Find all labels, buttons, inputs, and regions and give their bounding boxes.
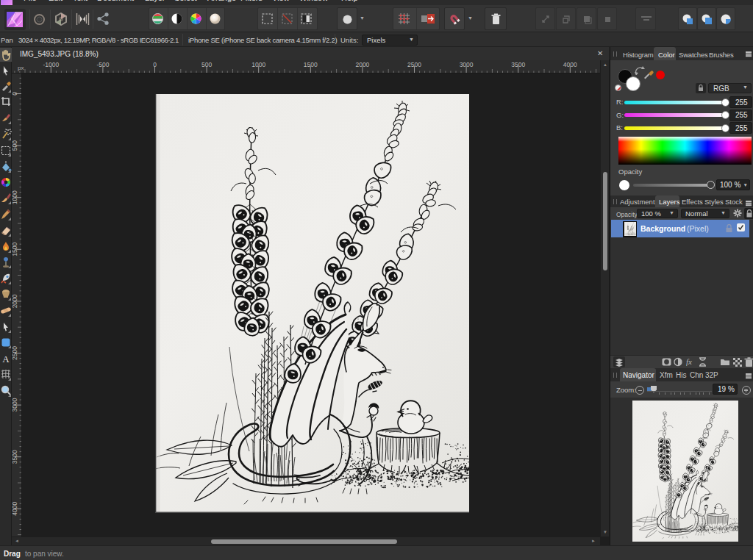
svg-text:500: 500 bbox=[12, 140, 18, 151]
svg-text:4000: 4000 bbox=[12, 502, 18, 516]
svg-text:3000: 3000 bbox=[460, 61, 474, 68]
svg-text:2500: 2500 bbox=[407, 61, 421, 68]
svg-text:2000: 2000 bbox=[12, 294, 18, 308]
svg-text:3500: 3500 bbox=[511, 61, 525, 68]
svg-text:1500: 1500 bbox=[304, 61, 318, 68]
svg-text:3000: 3000 bbox=[12, 398, 18, 412]
svg-text:3500: 3500 bbox=[12, 450, 18, 464]
svg-text:2500: 2500 bbox=[12, 346, 18, 360]
svg-text:1000: 1000 bbox=[12, 190, 18, 204]
svg-text:-1000: -1000 bbox=[43, 61, 59, 68]
svg-text:-500: -500 bbox=[96, 61, 109, 68]
svg-text:500: 500 bbox=[201, 61, 212, 68]
svg-text:1500: 1500 bbox=[12, 243, 18, 256]
svg-text:0: 0 bbox=[12, 92, 18, 96]
svg-text:fx: fx bbox=[686, 357, 692, 366]
svg-text:2000: 2000 bbox=[355, 61, 369, 68]
svg-text:1000: 1000 bbox=[251, 61, 265, 68]
svg-text:4000: 4000 bbox=[563, 61, 577, 68]
svg-text:A: A bbox=[2, 353, 10, 365]
svg-text:0: 0 bbox=[153, 61, 157, 68]
